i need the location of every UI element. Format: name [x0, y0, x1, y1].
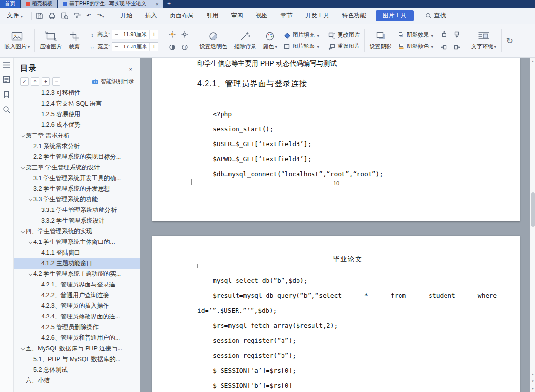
toc-item[interactable]: 4.2 学生管理系统主题功能的实... — [14, 269, 140, 279]
change-picture-button[interactable]: 更改图片 — [328, 31, 360, 39]
find-pane-icon[interactable] — [3, 106, 10, 113]
toc-item[interactable]: 4.2.6、管理员和普通用户的... — [14, 332, 140, 343]
menu-tab[interactable]: 章节 — [281, 12, 293, 20]
menu-tab[interactable]: 开始 — [120, 12, 133, 20]
toc-item[interactable]: 4.1.1 登陆窗口 — [14, 247, 140, 258]
toc-item[interactable]: 1.2.6 成本优势 — [14, 120, 140, 130]
document-page-1[interactable]: 印学生信息等主要用 PHP 动态代码编写与测试 4.2.1、管理员界面与登录连接… — [152, 58, 520, 221]
crop-button[interactable]: 裁剪 — [65, 25, 83, 56]
toc-item[interactable]: 4.2.5 管理员删除操作 — [14, 322, 140, 332]
smart-catalog-button[interactable]: 智能识别目录 — [92, 78, 134, 85]
file-menu[interactable]: 文件 — [0, 12, 28, 20]
width-decrease-button[interactable]: − — [112, 43, 120, 51]
nudge-shadow-left-button[interactable] — [439, 43, 449, 52]
picture-tools-tab[interactable]: 图片工具 — [376, 10, 414, 21]
increase-contrast-button[interactable] — [167, 43, 177, 52]
chevron-down-icon[interactable] — [19, 230, 26, 233]
chevron-down-icon[interactable] — [27, 241, 33, 243]
toc-item[interactable]: 2.2 学生管理系统的实现目标分... — [14, 151, 140, 162]
menu-tab[interactable]: 插入 — [145, 12, 157, 20]
reset-picture-button[interactable]: 重设图片 — [328, 43, 360, 50]
toc-item[interactable]: 3.2 学生管理系统的开发思想 — [14, 183, 140, 194]
toc-item[interactable]: 六、小结 — [14, 375, 140, 386]
nudge-shadow-up-button[interactable] — [439, 30, 449, 39]
toc-item[interactable]: 4.2.1、管理员界面与登录连... — [14, 279, 140, 290]
toc-item[interactable]: 2.1 系统需求分析 — [14, 141, 140, 151]
format-painter-button[interactable] — [74, 12, 81, 19]
remove-background-button[interactable]: 抠除背景 — [231, 25, 260, 56]
increase-brightness-button[interactable] — [167, 30, 177, 39]
menu-tab[interactable]: 引用 — [207, 12, 219, 20]
rotate-button[interactable] — [503, 25, 517, 56]
toc-collapse-level-icon[interactable] — [31, 77, 39, 86]
color-button[interactable]: 颜色 — [260, 25, 281, 56]
close-tab-icon[interactable] — [155, 1, 159, 7]
nudge-shadow-right-button[interactable] — [452, 43, 461, 52]
find-button[interactable]: 查找 — [425, 12, 446, 20]
close-panel-icon[interactable] — [127, 63, 134, 74]
set-transparent-color-button[interactable]: 设置透明色 — [196, 25, 231, 56]
toc-item[interactable]: 五、MySQL 数据库与 PHP 连接与... — [14, 343, 140, 354]
toc-item[interactable]: 4.1.2 主题功能窗口 — [14, 258, 140, 269]
chevron-down-icon[interactable] — [19, 166, 26, 169]
toc-item[interactable]: 3.3.2 学生管理系统设计 — [14, 215, 140, 226]
toc-item[interactable]: 1.2.4 它支持 SQL 语言 — [14, 98, 140, 109]
document-tab[interactable]: 基于PHP的学生...写实现 毕业论文 — [58, 0, 163, 8]
toc-item[interactable]: 1.2.5 容易使用 — [14, 109, 140, 120]
redo-button[interactable] — [97, 13, 104, 19]
bookmark-pane-icon[interactable] — [3, 91, 10, 98]
catalog-pane-icon[interactable] — [3, 76, 10, 83]
height-value[interactable]: 11.98厘米 — [120, 30, 150, 39]
toc-item[interactable]: 4.1 学生管理系统主体窗口的... — [14, 237, 140, 247]
chevron-down-icon[interactable] — [19, 134, 26, 137]
text-wrap-button[interactable]: 文字环绕 — [468, 25, 500, 56]
decrease-brightness-button[interactable] — [180, 30, 190, 39]
toc-item[interactable]: 第二章 需求分析 — [14, 130, 140, 141]
scroll-down-arrow[interactable] — [530, 385, 535, 392]
new-tab-button[interactable]: + — [163, 0, 175, 8]
compress-image-button[interactable]: 压缩图片 — [36, 25, 65, 56]
home-tab[interactable]: 首页 — [0, 0, 20, 8]
toc-item[interactable]: 4.2.2、普通用户查询连接 — [14, 290, 140, 301]
toc-item[interactable]: 四、学生管理系统的实现 — [14, 226, 140, 237]
vertical-scrollbar[interactable] — [530, 58, 535, 392]
picture-outline-button[interactable]: 图片轮廓 — [283, 43, 319, 50]
menu-tab[interactable]: 视图 — [256, 12, 268, 20]
toc-item[interactable]: 5.2 总体测试 — [14, 364, 140, 375]
menu-tab[interactable]: 审阅 — [231, 12, 243, 20]
undo-button[interactable] — [86, 13, 91, 19]
document-page-2[interactable]: 毕业论文 mysql_select_db(“b”,$db);$result=my… — [152, 236, 520, 392]
menu-tab[interactable]: 页面布局 — [170, 12, 194, 20]
template-tab[interactable]: 稻壳模板 — [21, 0, 57, 8]
menu-tab[interactable]: 开发工具 — [305, 12, 329, 20]
print-preview-button[interactable] — [61, 12, 68, 19]
height-increase-button[interactable]: + — [150, 30, 158, 39]
toc-item[interactable]: 3.1 学生管理系统开发工具的确... — [14, 173, 140, 183]
toc-item[interactable]: 4.2.3、管理员的插入操作 — [14, 301, 140, 311]
embed-image-button[interactable]: 嵌入图片 — [1, 25, 33, 56]
document-canvas[interactable]: 印学生信息等主要用 PHP 动态代码编写与测试 4.2.1、管理员界面与登录连接… — [140, 58, 530, 392]
toc-item[interactable]: 1.2.3 可移植性 — [14, 88, 140, 98]
menu-tab[interactable]: 特色功能 — [342, 12, 366, 20]
decrease-contrast-button[interactable] — [180, 43, 190, 52]
width-value[interactable]: 17.34厘米 — [120, 43, 150, 51]
toc-select-icon[interactable] — [20, 77, 29, 86]
shadow-effect-button[interactable]: 阴影效果 — [398, 31, 433, 39]
set-shadow-button[interactable]: 设置阴影 — [366, 25, 395, 56]
print-button[interactable] — [48, 12, 56, 19]
height-decrease-button[interactable]: − — [112, 30, 120, 39]
previous-page-button[interactable] — [530, 370, 535, 377]
next-page-button[interactable] — [530, 377, 535, 385]
toc-item[interactable]: 3.3.1 学生管理系统功能分析 — [14, 205, 140, 215]
toc-item[interactable]: 4.2.4、管理员修改界面的连... — [14, 311, 140, 322]
width-increase-button[interactable]: + — [150, 43, 158, 51]
nudge-shadow-down-button[interactable] — [452, 30, 461, 39]
outline-toggle-icon[interactable] — [3, 62, 10, 68]
toc-collapse-all-icon[interactable] — [52, 77, 60, 86]
chevron-down-icon[interactable] — [27, 272, 33, 275]
scrollbar-thumb[interactable] — [531, 192, 535, 227]
toc-item[interactable]: 3.3 学生管理系统的功能 — [14, 194, 140, 205]
picture-fill-button[interactable]: 图片填充 — [283, 31, 319, 39]
toc-item[interactable]: 第三章 学生管理系统的设计 — [14, 162, 140, 173]
scroll-up-arrow[interactable] — [530, 58, 535, 65]
